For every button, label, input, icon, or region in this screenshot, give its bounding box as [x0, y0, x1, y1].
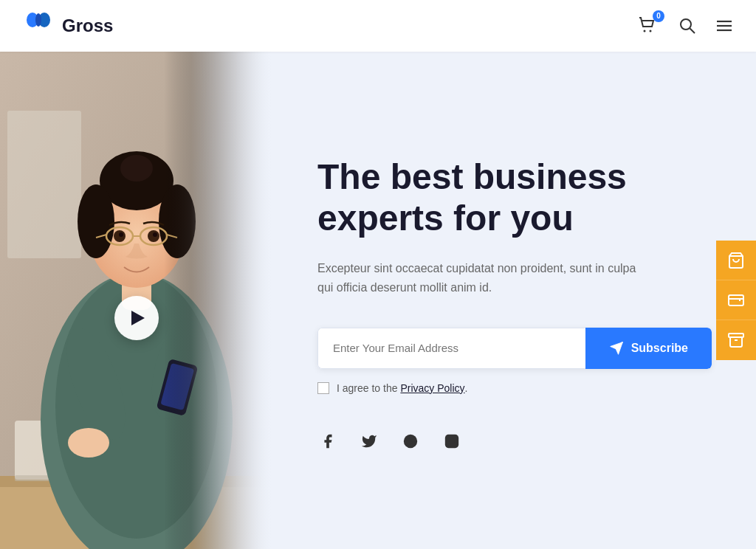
social-row: [317, 431, 712, 452]
content-panel: The best business experts for you Except…: [273, 52, 756, 549]
play-button[interactable]: [114, 296, 159, 340]
logo-text: Gross: [62, 15, 113, 36]
menu-button[interactable]: [715, 16, 734, 35]
subscribe-button[interactable]: Subscribe: [585, 328, 712, 369]
privacy-checkbox[interactable]: [317, 382, 329, 394]
svg-rect-47: [729, 295, 743, 305]
svg-line-6: [690, 29, 695, 34]
svg-point-5: [681, 19, 691, 30]
sidebar-wallet-tile[interactable]: [716, 280, 756, 320]
twitter-icon: [361, 433, 377, 449]
privacy-row: I agree to the Privacy Policy.: [317, 382, 712, 394]
hero-title: The best business experts for you: [317, 156, 672, 238]
header-nav: 0: [633, 12, 734, 41]
twitter-link[interactable]: [359, 431, 379, 452]
instagram-icon: [444, 433, 460, 449]
sidebar-cart-icon: [727, 252, 745, 269]
svg-point-2: [35, 13, 41, 27]
privacy-policy-link[interactable]: Privacy Policy: [400, 382, 464, 394]
sidebar-cart-tile[interactable]: [716, 241, 756, 280]
svg-point-3: [644, 30, 646, 32]
facebook-icon: [320, 433, 336, 449]
email-form: Subscribe: [317, 328, 712, 369]
floating-sidebar: [716, 241, 756, 360]
image-panel: [0, 52, 273, 549]
send-icon: [609, 341, 624, 356]
logo-icon: [22, 13, 55, 39]
svg-rect-48: [729, 334, 743, 337]
instagram-link[interactable]: [441, 431, 462, 452]
privacy-text: I agree to the Privacy Policy.: [337, 382, 467, 394]
subscribe-label: Subscribe: [631, 342, 688, 355]
sidebar-wallet-icon: [727, 291, 745, 309]
sidebar-archive-tile[interactable]: [716, 320, 756, 360]
play-icon: [131, 311, 145, 325]
search-button[interactable]: [678, 16, 697, 35]
cart-badge: 0: [653, 10, 664, 22]
email-input[interactable]: [317, 328, 585, 369]
logo-area: Gross: [22, 13, 113, 39]
hero-subtitle: Excepteur sint occaecat cupidatat non pr…: [317, 259, 642, 298]
svg-point-4: [650, 30, 652, 32]
search-icon: [678, 16, 697, 35]
hamburger-icon: [715, 16, 734, 35]
facebook-link[interactable]: [317, 431, 338, 452]
main-container: The best business experts for you Except…: [0, 52, 756, 549]
header: Gross 0: [0, 0, 756, 52]
sidebar-archive-icon: [727, 331, 745, 349]
svg-marker-42: [610, 342, 622, 354]
dribbble-icon: [402, 433, 419, 449]
svg-point-43: [404, 434, 417, 447]
cart-button[interactable]: 0: [633, 12, 660, 41]
dribbble-link[interactable]: [400, 431, 421, 452]
